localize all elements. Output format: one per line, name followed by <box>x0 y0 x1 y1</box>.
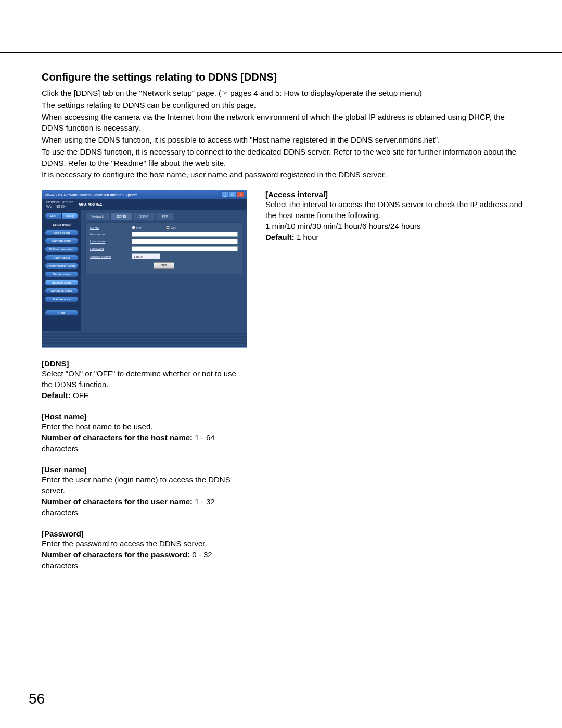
section-password: [Password] Enter the password to access … <box>42 529 247 571</box>
sidebar-item-help[interactable]: Help <box>45 310 79 316</box>
section-default: Default: 1 hour <box>265 232 523 242</box>
brand-line2: WV - NS954 <box>46 205 74 209</box>
brand-block: Network Camera WV - NS954 <box>46 200 74 208</box>
sidebar-item-basic[interactable]: Basic setup <box>45 229 79 236</box>
sidebar-item-schedule[interactable]: Schedule setup <box>45 288 79 294</box>
sidebar-heading: Setup menu <box>45 223 79 226</box>
intro-line: Click the [DDNS] tab on the "Network set… <box>42 87 523 99</box>
section-options: 1 min/10 min/30 min/1 hour/6 hours/24 ho… <box>265 221 523 232</box>
section-numchars: Number of characters for the host name: … <box>42 432 247 454</box>
hostname-input[interactable] <box>132 232 238 237</box>
model-label: WV-NS954 <box>79 202 103 207</box>
maximize-icon[interactable]: □ <box>229 191 236 198</box>
section-body: Enter the password to access the DDNS se… <box>42 538 247 549</box>
app-header: Network Camera WV - NS954 WV-NS954 <box>42 199 247 210</box>
radio-off[interactable]: OFF <box>166 226 177 229</box>
window-title: WV-NS954 Network Camera - Microsoft Inte… <box>45 193 137 197</box>
section-default: Default: OFF <box>42 390 247 401</box>
tab-ddns[interactable]: DDNS <box>110 213 133 220</box>
field-label-password: Password <box>90 247 126 250</box>
close-icon[interactable]: × <box>237 191 244 198</box>
section-hostname: [Host name] Enter the host name to be us… <box>42 412 247 454</box>
sidebar-item-network[interactable]: Network setup <box>45 279 79 286</box>
radio-on[interactable]: ON <box>132 226 141 229</box>
username-input[interactable] <box>132 239 238 244</box>
section-body: Select "ON" or "OFF" to determine whethe… <box>42 368 247 390</box>
sidebar-item-multiscreen[interactable]: Multi-screen setup <box>45 246 79 252</box>
sidebar-item-server[interactable]: Server setup <box>45 271 79 277</box>
section-body: Enter the user name (login name) to acce… <box>42 474 247 496</box>
section-heading: [DDNS] <box>42 359 247 368</box>
brand-line1: Network Camera <box>46 200 74 205</box>
field-label-ddns: DDNS <box>90 226 126 229</box>
main-panel: Network DDNS SNMP FTP DDNS ON OFF <box>81 210 247 331</box>
page-number: 56 <box>29 691 45 707</box>
minimize-icon[interactable]: _ <box>221 191 228 198</box>
radio-on-label: ON <box>136 226 141 229</box>
section-body: Select the interval to access the DDNS s… <box>265 199 523 221</box>
section-username: [User name] Enter the user name (login n… <box>42 465 247 518</box>
field-label-hostname: Host name <box>90 233 126 236</box>
set-button[interactable]: SET <box>154 262 174 269</box>
tab-snmp[interactable]: SNMP <box>133 213 155 220</box>
sidebar-item-camera[interactable]: Camera setup <box>45 238 79 244</box>
field-label-interval: Access interval <box>90 255 126 258</box>
tab-ftp[interactable]: FTP <box>155 213 174 220</box>
embedded-screenshot: WV-NS954 Network Camera - Microsoft Inte… <box>42 190 247 348</box>
radio-off-label: OFF <box>171 226 177 229</box>
tab-bar: Network DDNS SNMP FTP <box>85 213 242 220</box>
intro-line: To use the DDNS function, it is necessar… <box>42 146 523 169</box>
field-label-username: User name <box>90 240 126 243</box>
ddns-form: DDNS ON OFF Host name User name <box>85 222 242 274</box>
window-buttons: _□× <box>221 191 244 198</box>
intro-line: It is necessary to configure the host na… <box>42 169 523 181</box>
tab-live[interactable]: Live <box>45 213 62 219</box>
radio-dot-icon <box>132 226 135 229</box>
tab-setup[interactable]: Setup <box>62 213 79 219</box>
sidebar-item-maintenance[interactable]: Maintenance <box>45 296 79 302</box>
section-numchars: Number of characters for the user name: … <box>42 496 247 518</box>
section-heading: [User name] <box>42 465 247 474</box>
tab-network[interactable]: Network <box>85 213 110 220</box>
intro-block: Click the [DDNS] tab on the "Network set… <box>42 87 523 181</box>
section-numchars: Number of characters for the password: 0… <box>42 549 247 571</box>
statusbar <box>42 331 247 347</box>
section-ddns: [DDNS] Select "ON" or "OFF" to determine… <box>42 359 247 401</box>
intro-line: When accessing the camera via the Intern… <box>42 111 523 134</box>
interval-value: 1 hour <box>134 255 143 258</box>
interval-select[interactable]: 1 hour <box>132 253 160 259</box>
radio-dot-icon <box>166 226 170 229</box>
section-access-interval: [Access interval] Select the interval to… <box>265 190 523 242</box>
window-titlebar: WV-NS954 Network Camera - Microsoft Inte… <box>42 190 247 199</box>
intro-line: When using the DDNS function, it is poss… <box>42 134 523 146</box>
sidebar: Live Setup Setup menu Basic setup Camera… <box>42 210 81 331</box>
section-heading: [Password] <box>42 529 247 538</box>
sidebar-item-authentication[interactable]: Authentication setup <box>45 263 79 269</box>
section-heading: [Host name] <box>42 412 247 421</box>
section-heading: [Access interval] <box>265 190 523 199</box>
section-body: Enter the host name to be used. <box>42 421 247 432</box>
sidebar-item-alarm[interactable]: Alarm setup <box>45 254 79 261</box>
password-input[interactable] <box>132 246 238 251</box>
intro-line: The settings relating to DDNS can be con… <box>42 99 523 111</box>
page-title: Configure the settings relating to DDNS … <box>42 71 523 83</box>
